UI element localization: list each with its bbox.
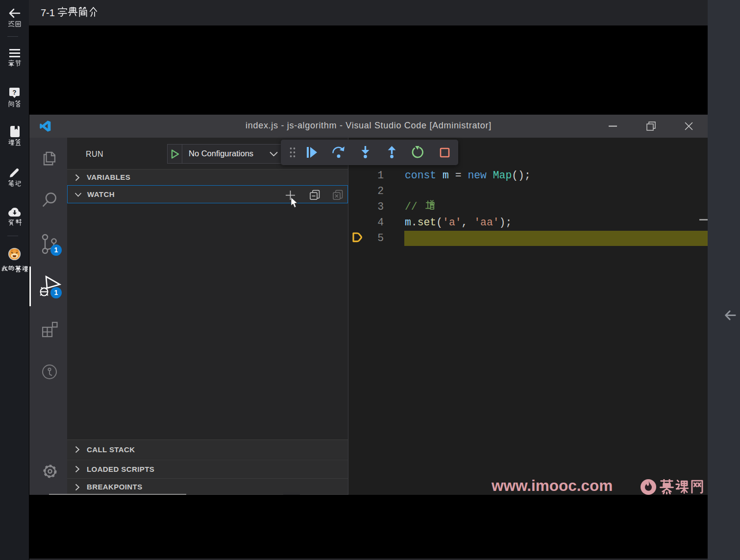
svg-text:?: ? (13, 89, 17, 96)
